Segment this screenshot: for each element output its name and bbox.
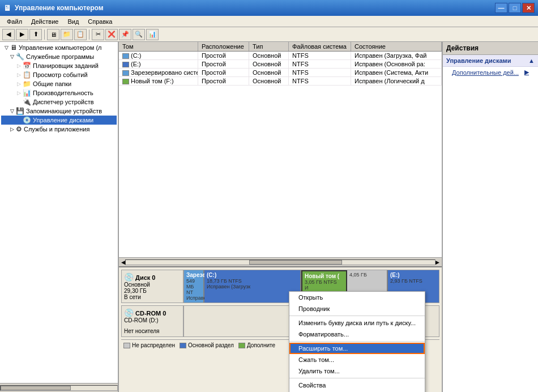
expand-icon-events[interactable]: ▷	[15, 72, 23, 78]
diskmgmt-icon: 💿	[23, 116, 31, 124]
back-button[interactable]: ◀	[2, 29, 15, 40]
tree-label-diskmgmt: Управление дисками	[33, 117, 93, 123]
tree-content: ▽ 🖥 Управление компьютером (л ▽ 🔧 Служеб…	[0, 42, 118, 383]
table-row[interactable]: (E:) Простой Основной NTFS Исправен (Осн…	[119, 60, 442, 69]
action-more[interactable]: Дополнительные дей... ▶	[443, 67, 538, 78]
tree-item-storage[interactable]: ▽ 💾 Запоминающие устройств	[1, 106, 117, 116]
up-button[interactable]: ⬆	[29, 29, 42, 40]
maximize-button[interactable]: □	[509, 3, 521, 13]
ctx-extend[interactable]: Расширить том...	[289, 343, 425, 354]
close-button[interactable]: ✕	[522, 3, 535, 13]
tree-label-devmgr: Диспетчер устройств	[33, 99, 94, 105]
col-type[interactable]: Тип	[249, 42, 289, 51]
part-reserved-size: 549 МБ NT	[186, 278, 201, 295]
ctx-sep-3	[289, 378, 425, 378]
tree-item-perf[interactable]: ▷ 📊 Производительность	[1, 88, 117, 97]
menu-file[interactable]: Файл	[2, 17, 27, 26]
chart-button[interactable]: 📊	[146, 29, 159, 40]
tree-item-events[interactable]: ▷ 📋 Просмотр событий	[1, 70, 117, 79]
table-scrollbar[interactable]: ◀ ▶	[119, 257, 442, 266]
ctx-sep-1	[289, 316, 425, 316]
partition-reserved[interactable]: Зарезерв 549 МБ NT Исправен	[184, 270, 204, 302]
legend-label-basic: Основной раздел	[188, 342, 234, 348]
svcapp-icon: ⚙	[16, 125, 22, 133]
ctx-explorer[interactable]: Проводник	[289, 303, 425, 314]
tree-label-events: Просмотр событий	[33, 71, 88, 78]
action-section-arrow: ▲	[528, 57, 535, 64]
partition-c[interactable]: (C:) 18,73 ГБ NTFS Исправен (Загрузк	[204, 270, 301, 302]
cdrom-name: 💿 CD-ROM 0	[124, 308, 181, 317]
tree-label-root: Управление компьютером (л	[19, 44, 102, 51]
table-body: (C:) Простой Основной NTFS Исправен (Заг…	[119, 52, 442, 257]
col-fs[interactable]: Файловая система	[289, 42, 351, 51]
expand-icon-svcapp[interactable]: ▷	[8, 126, 16, 132]
storage-icon: 💾	[16, 107, 24, 115]
legend-unalloc: Не распределен	[123, 342, 175, 348]
expand-icon-scheduler[interactable]: ▷	[15, 63, 23, 69]
search-button[interactable]: 🔍	[133, 29, 145, 40]
tree-item-svcapp[interactable]: ▷ ⚙ Службы и приложения	[1, 125, 117, 134]
ctx-shrink[interactable]: Сжать том...	[289, 354, 425, 365]
table-row[interactable]: (C:) Простой Основной NTFS Исправен (Заг…	[119, 52, 442, 60]
action-section-diskmgmt[interactable]: Управление дисками ▲	[443, 55, 538, 67]
left-scrollbar[interactable]	[0, 383, 118, 392]
tree-item-devmgr[interactable]: 🔌 Диспетчер устройств	[1, 97, 117, 106]
ctx-change-letter[interactable]: Изменить букву диска или путь к диску...	[289, 317, 425, 329]
menu-bar: Файл Действие Вид Справка	[0, 16, 538, 27]
expand-icon-storage[interactable]: ▽	[8, 108, 16, 114]
toolbar: ◀ ▶ ⬆ 🖥 📁 📋 ✂ ❌ 📌 🔍 📊	[0, 27, 538, 42]
tree-label-folders: Общие папки	[33, 80, 71, 87]
col-tom[interactable]: Том	[119, 42, 198, 51]
cut-button[interactable]: ✂	[92, 29, 104, 40]
legend-color-basic	[180, 343, 186, 348]
root-icon: 🖥	[10, 44, 17, 52]
hscroll-thumb[interactable]	[249, 260, 342, 265]
tree-label-svcapp: Службы и приложения	[24, 126, 89, 133]
events-icon: 📋	[23, 71, 31, 79]
ctx-open[interactable]: Открыть	[289, 292, 425, 303]
table-row[interactable]: Зарезервировано системой Простой Основно…	[119, 69, 442, 77]
menu-view[interactable]: Вид	[63, 17, 83, 26]
expand-icon-folders[interactable]: ▷	[15, 81, 23, 87]
tree-item-folders[interactable]: ▷ 📁 Общие папки	[1, 79, 117, 88]
folder-button[interactable]: 📁	[61, 29, 73, 40]
table-area: Том Расположение Тип Файловая система Со…	[119, 42, 442, 267]
tree-label-scheduler: Планировщик заданий	[33, 62, 99, 69]
action-more-arrow: ▶	[524, 69, 529, 76]
toolbar-sep-1	[44, 29, 45, 40]
menu-action[interactable]: Действие	[27, 17, 63, 26]
delete-button[interactable]: ❌	[105, 29, 118, 40]
ctx-properties[interactable]: Свойства	[289, 380, 425, 391]
table-header: Том Расположение Тип Файловая система Со…	[119, 42, 442, 52]
title-bar: 🖥 Управление компьютером — □ ✕	[0, 0, 538, 16]
col-status[interactable]: Состояние	[351, 42, 442, 51]
tree-item-diskmgmt[interactable]: 💿 Управление дисками	[1, 116, 117, 125]
main-container: ▽ 🖥 Управление компьютером (л ▽ 🔧 Служеб…	[0, 42, 538, 392]
ctx-delete[interactable]: Удалить том...	[289, 365, 425, 377]
disk0-name: 💿 Диск 0	[124, 272, 181, 282]
hscroll-track[interactable]	[125, 259, 435, 265]
expand-icon[interactable]: ▽	[2, 45, 10, 50]
computer-button[interactable]: 🖥	[47, 29, 59, 40]
services-icon: 🔧	[16, 53, 24, 61]
expand-icon-services[interactable]: ▽	[8, 54, 16, 59]
part-new-size: 3,05 ГБ NTFS	[305, 279, 344, 285]
minimize-button[interactable]: —	[495, 3, 507, 13]
perf-icon: 📊	[23, 89, 31, 97]
tree-item-services[interactable]: ▽ 🔧 Служебные программы	[1, 52, 117, 61]
properties-button[interactable]: 📋	[74, 29, 87, 40]
pin-button[interactable]: 📌	[119, 29, 131, 40]
menu-help[interactable]: Справка	[83, 17, 117, 26]
table-row[interactable]: Новый том (F:) Простой Основной NTFS Исп…	[119, 77, 442, 86]
disk-label-cdrom: 💿 CD-ROM 0 CD-ROM (D:) Нет носителя	[121, 305, 183, 337]
cdrom-status: Нет носителя	[124, 328, 181, 334]
ctx-format[interactable]: Форматировать...	[289, 329, 425, 340]
tree-item-scheduler[interactable]: ▷ 📅 Планировщик заданий	[1, 61, 117, 70]
forward-button[interactable]: ▶	[16, 29, 28, 40]
devmgr-icon: 🔌	[23, 98, 31, 106]
col-raspo[interactable]: Расположение	[198, 42, 249, 51]
tree-label-perf: Производительность	[33, 90, 93, 96]
tree-item-root[interactable]: ▽ 🖥 Управление компьютером (л	[1, 43, 117, 52]
expand-icon-perf[interactable]: ▷	[15, 90, 23, 96]
ctx-sep-2	[289, 341, 425, 342]
